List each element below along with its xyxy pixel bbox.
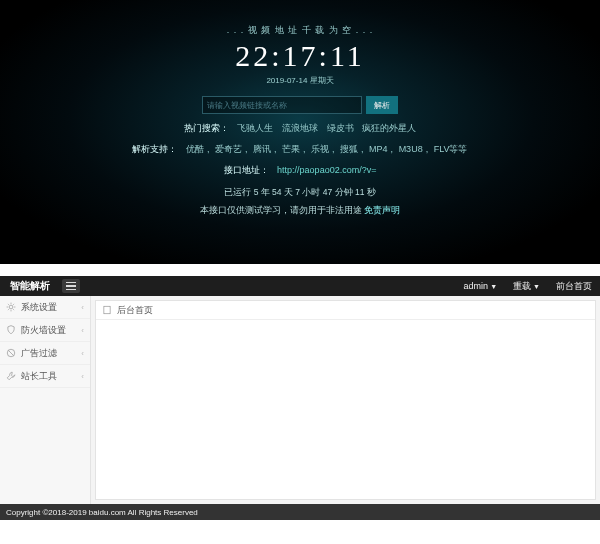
- video-url-input[interactable]: [202, 96, 362, 114]
- chevron-left-icon: ‹: [81, 349, 84, 358]
- support-label: 解析支持：: [132, 144, 177, 154]
- svg-point-0: [9, 305, 13, 309]
- date: 2019-07-14 星期天: [0, 75, 600, 86]
- chevron-left-icon: ‹: [81, 303, 84, 312]
- user-menu[interactable]: admin▼: [456, 281, 505, 291]
- front-home-link[interactable]: 前台首页: [548, 280, 600, 293]
- sidebar-label: 系统设置: [21, 301, 57, 314]
- support-item: FLV等等: [434, 144, 468, 154]
- support-item: 爱奇艺: [215, 144, 242, 154]
- sidebar: 系统设置‹ 防火墙设置‹ 广告过滤‹ 站长工具‹: [0, 296, 91, 504]
- sidebar-label: 广告过滤: [21, 347, 57, 360]
- support-item: 优酷: [186, 144, 204, 154]
- admin-topbar: 智能解析 admin▼ 重载▼ 前台首页: [0, 276, 600, 296]
- main-content: 后台首页: [95, 300, 596, 500]
- wrench-icon: [6, 371, 16, 381]
- disclaimer-text: 本接口仅供测试学习，请勿用于非法用途: [200, 205, 364, 215]
- breadcrumb: 后台首页: [96, 301, 595, 320]
- hamburger-icon[interactable]: [62, 279, 80, 293]
- api-row: 接口地址： http://paopao02.com/?v=: [0, 164, 600, 177]
- hot-search-row: 热门搜索： 飞驰人生 流浪地球 绿皮书 疯狂的外星人: [0, 122, 600, 135]
- hot-link[interactable]: 绿皮书: [327, 123, 354, 133]
- gear-icon: [6, 302, 16, 312]
- uptime: 已运行 5 年 54 天 7 小时 47 分钟 11 秒: [0, 187, 600, 199]
- sidebar-label: 防火墙设置: [21, 324, 66, 337]
- support-item: M3U8: [399, 144, 423, 154]
- svg-rect-2: [104, 306, 110, 314]
- support-item: 芒果: [282, 144, 300, 154]
- clock: 22:17:11: [0, 39, 600, 73]
- parse-button[interactable]: 解析: [366, 96, 398, 114]
- support-item: 腾讯: [253, 144, 271, 154]
- hot-label: 热门搜索：: [184, 123, 229, 133]
- chevron-left-icon: ‹: [81, 372, 84, 381]
- footer: Copyright ©2018-2019 baidu.com All Right…: [0, 504, 600, 520]
- support-item: MP4: [369, 144, 388, 154]
- document-icon: [102, 305, 112, 315]
- api-url[interactable]: http://paopao02.com/?v=: [277, 165, 376, 175]
- admin-panel: 智能解析 admin▼ 重载▼ 前台首页 系统设置‹ 防火墙设置‹ 广告过滤‹ …: [0, 276, 600, 520]
- support-item: 搜狐: [340, 144, 358, 154]
- api-label: 接口地址：: [224, 165, 269, 175]
- brand: 智能解析: [0, 279, 60, 293]
- tagline: . . . 视 频 地 址 千 载 为 空 . . .: [0, 24, 600, 37]
- video-parser-panel: . . . 视 频 地 址 千 载 为 空 . . . 22:17:11 201…: [0, 0, 600, 264]
- disclaimer: 本接口仅供测试学习，请勿用于非法用途 免责声明: [0, 205, 600, 217]
- filter-icon: [6, 348, 16, 358]
- hot-link[interactable]: 疯狂的外星人: [362, 123, 416, 133]
- disclaimer-link[interactable]: 免责声明: [364, 205, 400, 215]
- support-row: 解析支持： 优酷, 爱奇艺, 腾讯, 芒果, 乐视, 搜狐, MP4, M3U8…: [0, 143, 600, 156]
- support-item: 乐视: [311, 144, 329, 154]
- reload-menu[interactable]: 重载▼: [505, 280, 548, 293]
- sidebar-item-system[interactable]: 系统设置‹: [0, 296, 90, 319]
- hot-link[interactable]: 飞驰人生: [237, 123, 273, 133]
- search-row: 解析: [0, 96, 600, 114]
- sidebar-item-adfilter[interactable]: 广告过滤‹: [0, 342, 90, 365]
- shield-icon: [6, 325, 16, 335]
- sidebar-item-tools[interactable]: 站长工具‹: [0, 365, 90, 388]
- breadcrumb-text: 后台首页: [117, 304, 153, 317]
- chevron-left-icon: ‹: [81, 326, 84, 335]
- hot-link[interactable]: 流浪地球: [282, 123, 318, 133]
- sidebar-label: 站长工具: [21, 370, 57, 383]
- sidebar-item-firewall[interactable]: 防火墙设置‹: [0, 319, 90, 342]
